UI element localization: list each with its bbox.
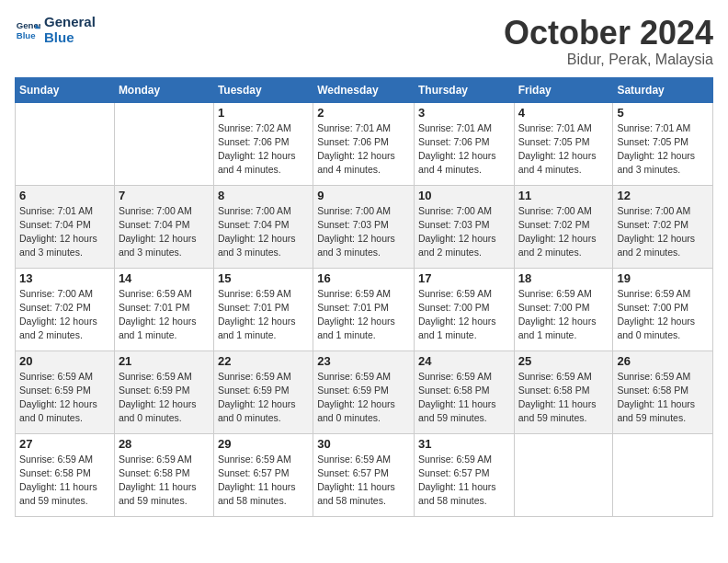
col-header-sunday: Sunday [16, 77, 115, 102]
calendar-cell: 24Sunrise: 6:59 AM Sunset: 6:58 PM Dayli… [414, 350, 514, 433]
day-detail: Sunrise: 6:59 AM Sunset: 6:59 PM Dayligh… [218, 370, 309, 426]
location: Bidur, Perak, Malaysia [504, 52, 713, 68]
day-detail: Sunrise: 6:59 AM Sunset: 7:00 PM Dayligh… [518, 287, 609, 343]
day-number: 13 [19, 271, 110, 285]
day-number: 19 [617, 271, 709, 285]
calendar-cell: 25Sunrise: 6:59 AM Sunset: 6:58 PM Dayli… [514, 350, 613, 433]
day-number: 23 [317, 354, 410, 368]
day-detail: Sunrise: 6:59 AM Sunset: 6:57 PM Dayligh… [218, 453, 309, 509]
calendar-cell: 4Sunrise: 7:01 AM Sunset: 7:05 PM Daylig… [514, 102, 613, 185]
calendar-table: SundayMondayTuesdayWednesdayThursdayFrid… [15, 77, 713, 517]
logo: General Blue General Blue [15, 15, 96, 45]
day-detail: Sunrise: 6:59 AM Sunset: 6:57 PM Dayligh… [418, 453, 510, 509]
calendar-cell [114, 102, 213, 185]
day-detail: Sunrise: 6:59 AM Sunset: 6:58 PM Dayligh… [617, 370, 709, 426]
day-detail: Sunrise: 6:59 AM Sunset: 6:58 PM Dayligh… [518, 370, 609, 426]
day-detail: Sunrise: 6:59 AM Sunset: 7:00 PM Dayligh… [617, 287, 709, 343]
header-row: SundayMondayTuesdayWednesdayThursdayFrid… [16, 77, 713, 102]
day-number: 7 [119, 189, 210, 202]
day-number: 27 [19, 437, 110, 451]
col-header-friday: Friday [514, 77, 613, 102]
day-detail: Sunrise: 7:00 AM Sunset: 7:03 PM Dayligh… [418, 204, 510, 260]
day-number: 3 [418, 106, 510, 120]
logo-icon: General Blue [15, 17, 40, 43]
day-number: 17 [418, 271, 510, 285]
day-number: 16 [317, 271, 410, 285]
calendar-cell: 1Sunrise: 7:02 AM Sunset: 7:06 PM Daylig… [213, 102, 313, 185]
calendar-cell: 26Sunrise: 6:59 AM Sunset: 6:58 PM Dayli… [613, 350, 713, 433]
day-number: 30 [317, 437, 410, 451]
day-number: 12 [617, 189, 709, 202]
col-header-monday: Monday [114, 77, 213, 102]
day-number: 10 [418, 189, 510, 202]
day-number: 1 [218, 106, 309, 120]
week-row-5: 27Sunrise: 6:59 AM Sunset: 6:58 PM Dayli… [16, 433, 713, 516]
day-detail: Sunrise: 7:00 AM Sunset: 7:03 PM Dayligh… [317, 204, 410, 260]
col-header-tuesday: Tuesday [213, 77, 313, 102]
day-number: 14 [119, 271, 210, 285]
day-detail: Sunrise: 7:00 AM Sunset: 7:04 PM Dayligh… [119, 204, 210, 260]
day-number: 18 [518, 271, 609, 285]
day-detail: Sunrise: 6:59 AM Sunset: 6:59 PM Dayligh… [119, 370, 210, 426]
day-number: 8 [218, 189, 309, 202]
calendar-cell: 15Sunrise: 6:59 AM Sunset: 7:01 PM Dayli… [213, 268, 313, 350]
day-detail: Sunrise: 6:59 AM Sunset: 7:01 PM Dayligh… [317, 287, 410, 343]
day-detail: Sunrise: 6:59 AM Sunset: 7:00 PM Dayligh… [418, 287, 510, 343]
calendar-cell: 9Sunrise: 7:00 AM Sunset: 7:03 PM Daylig… [313, 185, 415, 268]
day-detail: Sunrise: 7:02 AM Sunset: 7:06 PM Dayligh… [218, 121, 309, 178]
week-row-1: 1Sunrise: 7:02 AM Sunset: 7:06 PM Daylig… [16, 102, 713, 185]
week-row-2: 6Sunrise: 7:01 AM Sunset: 7:04 PM Daylig… [16, 185, 713, 268]
calendar-cell: 13Sunrise: 7:00 AM Sunset: 7:02 PM Dayli… [16, 268, 115, 350]
day-detail: Sunrise: 6:59 AM Sunset: 6:59 PM Dayligh… [317, 370, 410, 426]
calendar-cell: 30Sunrise: 6:59 AM Sunset: 6:57 PM Dayli… [313, 433, 415, 516]
calendar-cell: 27Sunrise: 6:59 AM Sunset: 6:58 PM Dayli… [16, 433, 115, 516]
calendar-cell [514, 433, 613, 516]
day-detail: Sunrise: 7:00 AM Sunset: 7:02 PM Dayligh… [19, 287, 110, 343]
logo-blue: Blue [44, 30, 96, 46]
week-row-3: 13Sunrise: 7:00 AM Sunset: 7:02 PM Dayli… [16, 268, 713, 350]
day-detail: Sunrise: 6:59 AM Sunset: 6:58 PM Dayligh… [19, 453, 110, 509]
calendar-cell: 31Sunrise: 6:59 AM Sunset: 6:57 PM Dayli… [414, 433, 514, 516]
day-number: 25 [518, 354, 609, 368]
calendar-cell: 28Sunrise: 6:59 AM Sunset: 6:58 PM Dayli… [114, 433, 213, 516]
calendar-cell: 14Sunrise: 6:59 AM Sunset: 7:01 PM Dayli… [114, 268, 213, 350]
day-detail: Sunrise: 6:59 AM Sunset: 7:01 PM Dayligh… [119, 287, 210, 343]
day-detail: Sunrise: 6:59 AM Sunset: 6:57 PM Dayligh… [317, 453, 410, 509]
logo-general: General [44, 15, 96, 30]
day-number: 28 [119, 437, 210, 451]
calendar-cell: 6Sunrise: 7:01 AM Sunset: 7:04 PM Daylig… [16, 185, 115, 268]
calendar-cell: 22Sunrise: 6:59 AM Sunset: 6:59 PM Dayli… [213, 350, 313, 433]
calendar-cell: 29Sunrise: 6:59 AM Sunset: 6:57 PM Dayli… [213, 433, 313, 516]
week-row-4: 20Sunrise: 6:59 AM Sunset: 6:59 PM Dayli… [16, 350, 713, 433]
day-number: 29 [218, 437, 309, 451]
day-detail: Sunrise: 6:59 AM Sunset: 7:01 PM Dayligh… [218, 287, 309, 343]
calendar-cell: 5Sunrise: 7:01 AM Sunset: 7:05 PM Daylig… [613, 102, 713, 185]
day-detail: Sunrise: 7:01 AM Sunset: 7:05 PM Dayligh… [617, 121, 709, 178]
day-number: 9 [317, 189, 410, 202]
calendar-cell: 3Sunrise: 7:01 AM Sunset: 7:06 PM Daylig… [414, 102, 514, 185]
calendar-cell: 17Sunrise: 6:59 AM Sunset: 7:00 PM Dayli… [414, 268, 514, 350]
day-number: 15 [218, 271, 309, 285]
day-number: 26 [617, 354, 709, 368]
day-number: 5 [617, 106, 709, 120]
calendar-cell: 23Sunrise: 6:59 AM Sunset: 6:59 PM Dayli… [313, 350, 415, 433]
month-title: October 2024 [504, 15, 713, 52]
calendar-cell: 18Sunrise: 6:59 AM Sunset: 7:00 PM Dayli… [514, 268, 613, 350]
calendar-cell: 2Sunrise: 7:01 AM Sunset: 7:06 PM Daylig… [313, 102, 415, 185]
day-number: 21 [119, 354, 210, 368]
calendar-cell: 19Sunrise: 6:59 AM Sunset: 7:00 PM Dayli… [613, 268, 713, 350]
day-number: 31 [418, 437, 510, 451]
calendar-cell: 7Sunrise: 7:00 AM Sunset: 7:04 PM Daylig… [114, 185, 213, 268]
calendar-cell: 20Sunrise: 6:59 AM Sunset: 6:59 PM Dayli… [16, 350, 115, 433]
calendar-cell: 21Sunrise: 6:59 AM Sunset: 6:59 PM Dayli… [114, 350, 213, 433]
day-number: 11 [518, 189, 609, 202]
calendar-cell: 11Sunrise: 7:00 AM Sunset: 7:02 PM Dayli… [514, 185, 613, 268]
svg-text:Blue: Blue [17, 29, 36, 40]
title-block: October 2024 Bidur, Perak, Malaysia [504, 15, 713, 68]
calendar-cell [16, 102, 115, 185]
calendar-cell: 16Sunrise: 6:59 AM Sunset: 7:01 PM Dayli… [313, 268, 415, 350]
day-number: 24 [418, 354, 510, 368]
calendar-cell: 8Sunrise: 7:00 AM Sunset: 7:04 PM Daylig… [213, 185, 313, 268]
day-detail: Sunrise: 7:01 AM Sunset: 7:05 PM Dayligh… [518, 121, 609, 178]
day-detail: Sunrise: 7:01 AM Sunset: 7:06 PM Dayligh… [418, 121, 510, 178]
